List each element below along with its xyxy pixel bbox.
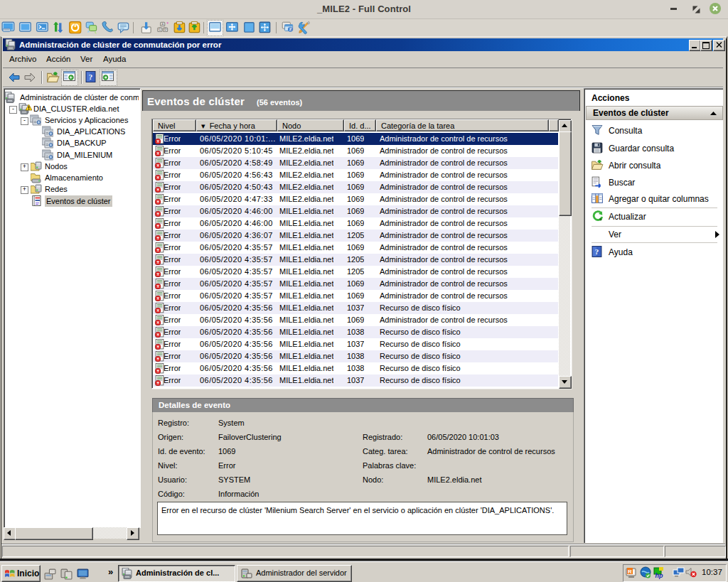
svg-text:R: R (628, 568, 632, 575)
svg-text:A: A (161, 23, 164, 26)
svg-text:2: 2 (289, 26, 292, 31)
svg-text:hp: hp (655, 572, 663, 579)
svg-text:D: D (164, 28, 166, 31)
